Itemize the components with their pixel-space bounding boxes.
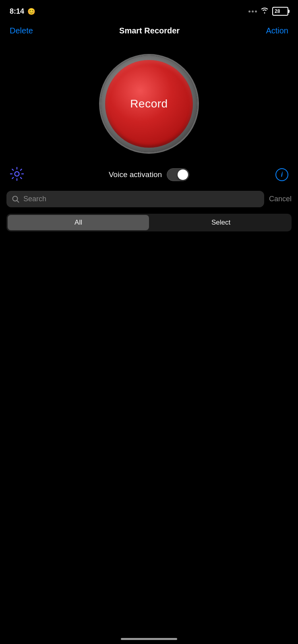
record-section: Record	[0, 43, 298, 164]
voice-activation-row: Voice activation i	[0, 164, 298, 188]
delete-button[interactable]: Delete	[10, 26, 33, 35]
nav-bar: Delete Smart Recorder Action	[0, 21, 298, 43]
status-left: 8:14 😊	[10, 7, 35, 16]
segment-all-button[interactable]: All	[8, 215, 149, 230]
signal-dot-2	[252, 10, 254, 12]
status-emoji: 😊	[27, 8, 35, 15]
home-indicator	[121, 638, 177, 640]
battery-indicator: 28	[272, 7, 288, 16]
signal-dot-1	[248, 10, 250, 12]
nav-title: Smart Recorder	[119, 26, 180, 35]
search-input-wrapper[interactable]	[6, 191, 264, 207]
status-time: 8:14	[10, 7, 24, 16]
voice-activation-label: Voice activation	[109, 170, 162, 179]
cancel-button[interactable]: Cancel	[269, 195, 292, 203]
voice-activation-toggle[interactable]	[167, 168, 189, 181]
search-input[interactable]	[23, 195, 259, 203]
info-icon: i	[275, 168, 288, 181]
svg-point-1	[13, 196, 18, 201]
record-label: Record	[130, 97, 168, 110]
battery-level: 28	[275, 8, 280, 14]
segment-select-button[interactable]: Select	[150, 214, 292, 231]
signal-dots	[248, 10, 257, 12]
status-right: 28	[248, 7, 288, 16]
toggle-thumb	[178, 169, 188, 180]
segment-control: All Select	[6, 214, 292, 231]
wifi-icon	[260, 7, 269, 15]
signal-dot-3	[255, 10, 257, 12]
svg-point-0	[15, 172, 19, 176]
status-bar: 8:14 😊 28	[0, 0, 298, 21]
battery-tip	[288, 10, 290, 13]
record-button[interactable]: Record	[101, 56, 197, 152]
settings-icon	[10, 167, 24, 181]
search-icon	[12, 196, 19, 203]
record-button-inner: Record	[105, 60, 193, 148]
search-bar-container: Cancel	[0, 188, 298, 211]
action-button[interactable]: Action	[266, 26, 288, 35]
info-icon-container[interactable]: i	[275, 168, 288, 181]
settings-icon-container[interactable]	[10, 167, 24, 183]
